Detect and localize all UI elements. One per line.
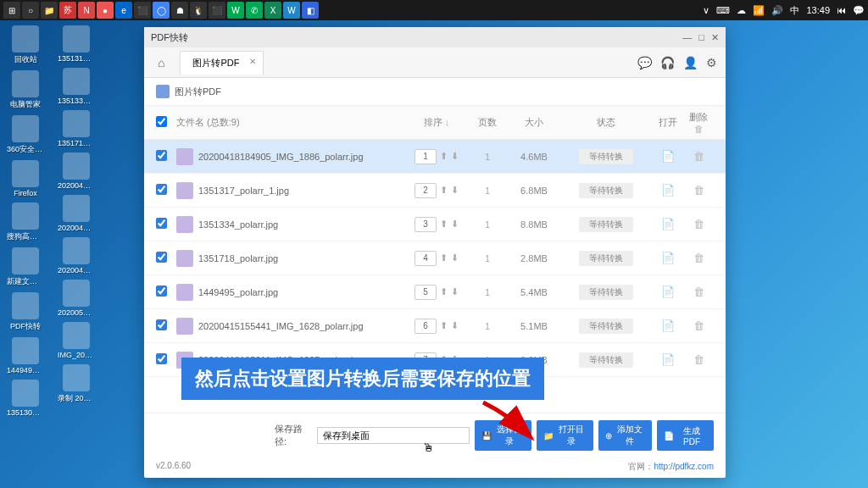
table-row[interactable]: 1449495_polarr.jpg5⬆⬇15.4MB等待转换📄🗑 bbox=[144, 275, 726, 309]
up-icon[interactable]: ⬆ bbox=[440, 151, 448, 162]
delete-row-icon[interactable]: 🗑 bbox=[683, 252, 714, 264]
user-icon[interactable]: 👤 bbox=[683, 56, 698, 69]
open-file-icon[interactable]: 📄 bbox=[653, 150, 683, 163]
desktop-item[interactable]: IMG_2020... bbox=[58, 322, 95, 359]
delete-row-icon[interactable]: 🗑 bbox=[683, 184, 714, 197]
order-input[interactable]: 1 bbox=[415, 149, 437, 164]
desktop-item[interactable]: 20200526... bbox=[58, 280, 95, 317]
open-file-icon[interactable]: 📄 bbox=[653, 252, 683, 264]
volume-icon[interactable]: 🔊 bbox=[771, 5, 783, 16]
desktop-item[interactable]: Firefox bbox=[7, 160, 44, 197]
down-icon[interactable]: ⬇ bbox=[451, 320, 459, 331]
desktop-item[interactable]: 1351718_... bbox=[58, 110, 95, 147]
open-file-icon[interactable]: 📄 bbox=[653, 286, 683, 298]
desktop-item[interactable]: 1351317_... bbox=[58, 25, 95, 63]
minimize-button[interactable]: — bbox=[682, 32, 692, 43]
delete-row-icon[interactable]: 🗑 bbox=[683, 150, 714, 163]
down-icon[interactable]: ⬇ bbox=[451, 151, 459, 162]
select-dir-button[interactable]: 💾 选择目录 bbox=[475, 420, 531, 451]
task-icon[interactable]: N bbox=[78, 2, 95, 19]
home-icon[interactable]: ⌂ bbox=[153, 56, 170, 69]
open-dir-button[interactable]: 📁 打开目录 bbox=[537, 420, 593, 451]
row-checkbox[interactable] bbox=[156, 184, 167, 195]
generate-pdf-button[interactable]: 📄 生成PDF bbox=[657, 420, 714, 451]
col-sort[interactable]: 排序 bbox=[424, 117, 442, 127]
desktop-item[interactable]: PDF快转 bbox=[7, 292, 44, 332]
tray-icon[interactable]: ⏮ bbox=[837, 5, 846, 15]
desktop-item[interactable]: 1351334_... bbox=[58, 68, 95, 105]
desktop-item[interactable]: 20200415... bbox=[58, 152, 95, 190]
desktop-item[interactable]: 20200418... bbox=[58, 195, 95, 232]
down-icon[interactable]: ⬇ bbox=[451, 185, 459, 196]
cloud-icon[interactable]: ☁ bbox=[737, 5, 746, 16]
up-icon[interactable]: ⬆ bbox=[440, 219, 448, 230]
task-icon[interactable]: ○ bbox=[22, 2, 39, 19]
tab-image-to-pdf[interactable]: 图片转PDF ✕ bbox=[180, 51, 264, 75]
site-link[interactable]: http://pdfkz.com bbox=[654, 462, 714, 471]
desktop-item[interactable]: 新建文件夹 bbox=[7, 247, 44, 287]
task-icon[interactable]: 苏 bbox=[59, 2, 76, 19]
desktop-item[interactable]: 录制 2020_06... bbox=[58, 364, 95, 404]
tray-icon[interactable]: ⌨ bbox=[716, 5, 730, 16]
delete-row-icon[interactable]: 🗑 bbox=[683, 319, 714, 332]
save-path-input[interactable] bbox=[317, 427, 470, 444]
table-row[interactable]: 1351317_polarr_1.jpg2⬆⬇16.8MB等待转换📄🗑 bbox=[144, 174, 726, 208]
down-icon[interactable]: ⬇ bbox=[451, 219, 459, 230]
row-checkbox[interactable] bbox=[156, 286, 167, 297]
row-checkbox[interactable] bbox=[156, 218, 167, 229]
order-input[interactable]: 5 bbox=[415, 285, 437, 300]
task-icon[interactable]: ☗ bbox=[171, 2, 188, 19]
trash-icon[interactable]: 🗑 bbox=[694, 124, 704, 134]
open-file-icon[interactable]: 📄 bbox=[653, 218, 683, 230]
order-input[interactable]: 6 bbox=[415, 319, 437, 334]
table-row[interactable]: 20200415155441_IMG_1628_polarr.jpg6⬆⬇15.… bbox=[144, 309, 726, 343]
tab-close-icon[interactable]: ✕ bbox=[249, 57, 256, 66]
desktop-item[interactable]: 1449495_... bbox=[7, 337, 44, 374]
headset-icon[interactable]: 🎧 bbox=[660, 56, 675, 69]
delete-row-icon[interactable]: 🗑 bbox=[683, 353, 714, 366]
task-icon[interactable]: W bbox=[227, 2, 244, 19]
table-row[interactable]: 20200418184905_IMG_1886_polarr.jpg1⬆⬇14.… bbox=[144, 140, 726, 174]
down-icon[interactable]: ⬇ bbox=[451, 286, 459, 297]
task-icon[interactable]: 🐧 bbox=[190, 2, 207, 19]
desktop-item[interactable]: 搜狗高速浏览器 bbox=[7, 202, 44, 242]
open-file-icon[interactable]: 📄 bbox=[653, 353, 683, 366]
task-icon[interactable]: ✆ bbox=[246, 2, 263, 19]
order-input[interactable]: 2 bbox=[415, 183, 437, 198]
row-checkbox[interactable] bbox=[156, 252, 167, 263]
order-input[interactable]: 3 bbox=[415, 217, 437, 232]
task-icon[interactable]: ◯ bbox=[153, 2, 170, 19]
table-row[interactable]: 1351718_polarr.jpg4⬆⬇12.8MB等待转换📄🗑 bbox=[144, 241, 726, 275]
up-icon[interactable]: ⬆ bbox=[440, 185, 448, 196]
desktop-item[interactable]: 1351302_... bbox=[7, 380, 44, 417]
tray-icon[interactable]: ∨ bbox=[703, 5, 709, 16]
add-file-button[interactable]: ⊕ 添加文件 bbox=[598, 420, 652, 451]
up-icon[interactable]: ⬆ bbox=[440, 286, 448, 297]
task-icon[interactable]: 📁 bbox=[41, 2, 58, 19]
open-file-icon[interactable]: 📄 bbox=[653, 184, 683, 197]
sort-arrow-icon[interactable]: ↓ bbox=[445, 117, 450, 127]
lang-indicator[interactable]: 中 bbox=[790, 4, 799, 17]
notification-icon[interactable]: 💬 bbox=[853, 5, 865, 16]
table-row[interactable]: 1351334_polarr.jpg3⬆⬇18.8MB等待转换📄🗑 bbox=[144, 208, 726, 241]
delete-row-icon[interactable]: 🗑 bbox=[683, 218, 714, 230]
task-icon[interactable]: e bbox=[115, 2, 132, 19]
gear-icon[interactable]: ⚙ bbox=[706, 56, 717, 69]
task-icon[interactable]: W bbox=[283, 2, 300, 19]
desktop-item[interactable]: 360安全浏览器 bbox=[7, 115, 44, 155]
task-icon[interactable]: X bbox=[264, 2, 281, 19]
select-all-checkbox[interactable] bbox=[156, 116, 167, 127]
task-icon[interactable]: ● bbox=[97, 2, 114, 19]
task-icon[interactable]: ⬛ bbox=[134, 2, 151, 19]
desktop-item[interactable]: 电脑管家 bbox=[7, 70, 44, 110]
down-icon[interactable]: ⬇ bbox=[451, 252, 459, 263]
desktop-item[interactable]: 回收站 bbox=[7, 25, 44, 65]
open-file-icon[interactable]: 📄 bbox=[653, 319, 683, 332]
up-icon[interactable]: ⬆ bbox=[440, 320, 448, 331]
close-button[interactable]: ✕ bbox=[711, 32, 719, 43]
task-icon[interactable]: ⬛ bbox=[209, 2, 225, 19]
task-icon[interactable]: ◧ bbox=[302, 2, 319, 19]
order-input[interactable]: 4 bbox=[415, 251, 437, 266]
desktop-item[interactable]: 20200418... bbox=[58, 237, 95, 274]
row-checkbox[interactable] bbox=[156, 150, 167, 161]
